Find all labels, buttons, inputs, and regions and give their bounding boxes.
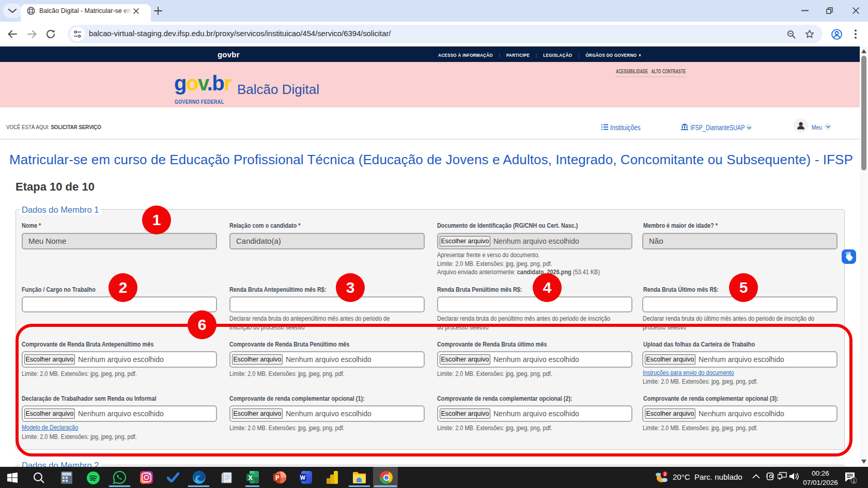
svg-text:2: 2 [664, 471, 667, 477]
svg-text:1: 1 [853, 478, 855, 483]
